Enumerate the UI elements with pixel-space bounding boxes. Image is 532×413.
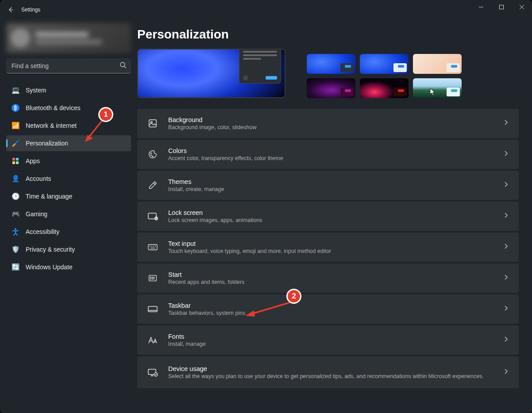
theme-thumbnails	[307, 54, 462, 98]
user-profile[interactable]	[6, 23, 131, 53]
svg-rect-11	[149, 120, 157, 127]
lockscreen-icon	[147, 210, 158, 222]
window-title: Settings	[21, 7, 40, 13]
svg-rect-8	[16, 158, 19, 161]
chevron-right-icon	[503, 150, 509, 158]
annotation-badge-1: 1	[98, 107, 113, 122]
row-themes[interactable]: ThemesInstall, create, manage	[137, 171, 519, 200]
sidebar-item-time[interactable]: 🕒Time & language	[6, 188, 131, 204]
svg-point-29	[150, 279, 151, 279]
svg-line-6	[124, 66, 126, 68]
back-arrow-icon	[7, 6, 14, 13]
svg-point-13	[150, 153, 151, 153]
row-subtitle: Touch keyboard, voice typing, emoji and …	[168, 248, 497, 254]
row-title: Device usage	[168, 365, 497, 372]
sidebar-item-gaming[interactable]: 🎮Gaming	[6, 206, 131, 222]
taskbar-icon	[147, 303, 158, 315]
sidebar-item-label: Accounts	[26, 175, 51, 182]
theme-thumb-3[interactable]	[413, 54, 462, 74]
sidebar: 💻SystemBluetooth & devices📶Network & int…	[0, 19, 137, 413]
row-lockscreen[interactable]: Lock screenLock screen images, apps, ani…	[137, 202, 519, 231]
row-start[interactable]: StartRecent apps and items, folders	[137, 264, 519, 293]
theme-thumb-4[interactable]	[307, 78, 355, 98]
svg-point-30	[152, 279, 152, 279]
sidebar-item-apps[interactable]: Apps	[6, 153, 131, 169]
sidebar-item-personalization[interactable]: 🖌️Personalization	[6, 135, 131, 151]
chevron-right-icon	[503, 274, 509, 282]
maximize-icon	[499, 5, 504, 9]
chevron-right-icon	[503, 305, 509, 313]
theme-thumb-1[interactable]	[307, 54, 355, 74]
close-icon	[520, 5, 524, 9]
svg-rect-2	[500, 5, 504, 9]
settings-window: Settings	[0, 0, 532, 413]
network-icon: 📶	[12, 122, 19, 130]
row-subtitle: Select all the ways you plan to use your…	[168, 373, 497, 379]
personalization-icon: 🖌️	[12, 139, 19, 147]
sidebar-item-accounts[interactable]: 👤Accounts	[6, 171, 131, 187]
theme-thumb-5[interactable]	[360, 78, 409, 98]
background-icon	[147, 118, 158, 129]
row-title: Text input	[168, 240, 497, 247]
sidebar-item-label: Time & language	[26, 193, 72, 200]
svg-point-5	[120, 62, 125, 67]
minimize-icon	[479, 5, 483, 9]
theme-thumb-2[interactable]	[360, 54, 409, 74]
back-button[interactable]	[4, 3, 18, 17]
current-theme-preview[interactable]	[137, 49, 285, 98]
sidebar-item-label: Network & internet	[26, 122, 77, 129]
bluetooth-icon	[12, 104, 19, 112]
sidebar-item-network[interactable]: 📶Network & internet	[6, 118, 131, 134]
row-title: Lock screen	[168, 209, 497, 216]
system-icon: 💻	[12, 86, 19, 94]
update-icon: 🔄	[12, 263, 19, 271]
chevron-right-icon	[503, 181, 509, 189]
chevron-right-icon	[503, 119, 509, 127]
fonts-icon	[147, 334, 158, 346]
close-button[interactable]	[512, 0, 532, 14]
sidebar-item-update[interactable]: 🔄Windows Update	[6, 259, 131, 275]
svg-rect-9	[12, 161, 15, 164]
svg-point-15	[152, 156, 153, 157]
page-title: Personalization	[137, 27, 519, 42]
row-deviceusage[interactable]: Device usageSelect all the ways you plan…	[137, 356, 519, 388]
row-subtitle: Install, create, manage	[168, 186, 497, 192]
row-subtitle: Recent apps and items, folders	[168, 279, 497, 285]
svg-point-14	[150, 155, 151, 156]
search-icon	[120, 61, 127, 70]
row-taskbar[interactable]: TaskbarTaskbar behaviors, system pins	[137, 294, 519, 324]
row-textinput[interactable]: Text inputTouch keyboard, voice typing, …	[137, 233, 519, 262]
row-title: Taskbar	[168, 302, 497, 309]
row-background[interactable]: BackgroundBackground image, color, slide…	[137, 109, 519, 138]
search-input[interactable]	[6, 58, 131, 73]
sidebar-item-label: Accessibility	[26, 228, 59, 235]
sidebar-item-accessibility[interactable]: Accessibility	[6, 224, 131, 240]
chevron-right-icon	[503, 212, 509, 220]
maximize-button[interactable]	[491, 0, 512, 14]
accounts-icon: 👤	[12, 175, 19, 183]
svg-point-31	[154, 279, 154, 279]
row-fonts[interactable]: FontsInstall, manage	[137, 325, 519, 355]
minimize-button[interactable]	[471, 0, 491, 14]
theme-thumb-6[interactable]	[413, 78, 462, 98]
row-subtitle: Accent color, transparency effects, colo…	[168, 155, 497, 161]
textinput-icon	[147, 241, 158, 253]
row-subtitle: Lock screen images, apps, animations	[168, 217, 497, 223]
sidebar-item-label: Apps	[26, 157, 40, 164]
sidebar-item-label: Privacy & security	[26, 246, 75, 253]
sidebar-item-system[interactable]: 💻System	[6, 82, 131, 98]
svg-point-26	[150, 277, 151, 277]
avatar	[11, 28, 30, 48]
sidebar-item-privacy[interactable]: 🛡️Privacy & security	[6, 241, 131, 257]
apps-icon	[12, 157, 19, 165]
annotation-badge-2: 2	[286, 289, 301, 304]
chevron-right-icon	[503, 368, 509, 376]
window-controls	[471, 0, 532, 14]
svg-rect-7	[12, 158, 15, 161]
row-colors[interactable]: ColorsAccent color, transparency effects…	[137, 140, 519, 169]
titlebar: Settings	[0, 0, 532, 19]
gaming-icon: 🎮	[12, 210, 19, 218]
privacy-icon: 🛡️	[12, 245, 19, 253]
row-title: Start	[168, 271, 497, 278]
chevron-right-icon	[503, 336, 509, 344]
